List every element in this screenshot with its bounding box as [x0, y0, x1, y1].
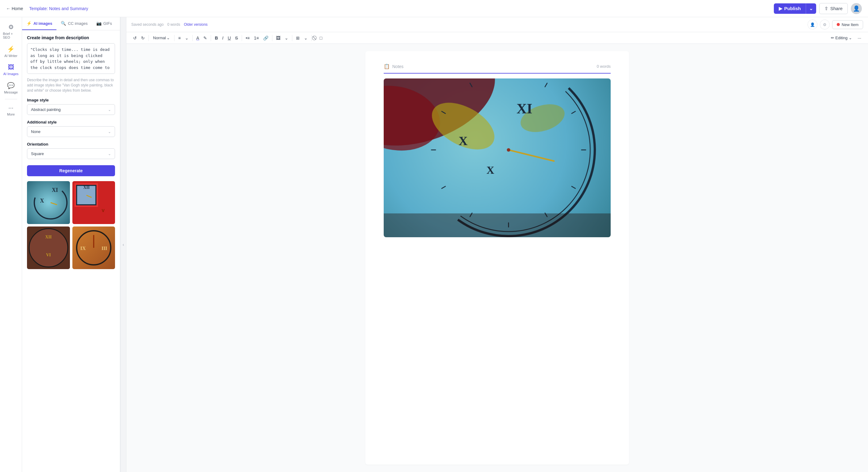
share-button[interactable]: ⇧ Share	[819, 3, 848, 14]
ai-images-icon: 🖼	[8, 64, 14, 71]
publish-button[interactable]: ▶ Publish ⌄	[774, 3, 816, 14]
numbered-list-button[interactable]: 1≡	[252, 34, 261, 42]
back-home-link[interactable]: ← Home	[6, 6, 23, 11]
bold-button[interactable]: B	[213, 34, 220, 42]
template-label: Template: Notes and Summary	[29, 6, 88, 11]
new-item-dot	[837, 23, 840, 26]
image-thumb-4[interactable]	[72, 227, 115, 269]
publish-dropdown-arrow[interactable]: ⌄	[806, 3, 816, 14]
image-thumb-1[interactable]	[27, 181, 70, 224]
doc-header: 📋 Notes 0 words	[384, 63, 611, 73]
sidebar-item-more-label: More	[7, 112, 15, 116]
editor-document: 📋 Notes 0 words	[365, 51, 629, 465]
image-style-value: Abstract painting	[31, 107, 61, 112]
publish-icon: ▶	[779, 6, 782, 11]
image-dropdown-button[interactable]: ⌄	[283, 34, 290, 42]
strikethrough-button[interactable]: S	[234, 34, 240, 42]
editing-badge[interactable]: ✏ Editing ⌄	[828, 34, 856, 41]
sidebar-item-ai-writer[interactable]: ⚡ AI Writer	[1, 43, 21, 60]
more-format-button[interactable]: □	[318, 34, 324, 42]
avatar[interactable]: 👤	[851, 3, 862, 14]
align-dropdown-button[interactable]: ⌄	[183, 34, 190, 42]
collapse-icon: ‹	[123, 242, 124, 247]
undo-button[interactable]: ↺	[131, 34, 138, 42]
topbar-left: ← Home Template: Notes and Summary	[6, 6, 88, 11]
image-style-select[interactable]: Abstract painting ⌄	[27, 104, 115, 115]
saved-status: Saved seconds ago	[131, 22, 163, 27]
template-name[interactable]: Notes and Summary	[49, 6, 88, 11]
editor-content: 📋 Notes 0 words	[126, 44, 868, 472]
tab-ai-images-label: AI images	[33, 21, 52, 26]
new-item-button[interactable]: New Item	[832, 20, 863, 29]
back-arrow-icon: ←	[6, 6, 10, 11]
older-versions-link[interactable]: Older versions	[184, 22, 207, 27]
orientation-chevron: ⌄	[108, 152, 111, 156]
settings-icon[interactable]: ⚙	[820, 20, 830, 29]
image-button[interactable]: 🖼	[274, 34, 282, 42]
topbar-right: ▶ Publish ⌄ ⇧ Share 👤	[774, 3, 862, 14]
orientation-value: Square	[31, 151, 44, 156]
redo-button[interactable]: ↻	[139, 34, 147, 42]
tab-cc-images[interactable]: 🔍 CC images	[56, 17, 92, 30]
side-panel: ⚡ AI images 🔍 CC images 📷 GIFs Create im…	[22, 17, 120, 472]
share-icon: ⇧	[825, 6, 829, 11]
tab-gifs[interactable]: 📷 GIFs	[92, 17, 116, 30]
table-button[interactable]: ⊞	[294, 34, 302, 42]
underline-button[interactable]: U	[226, 34, 232, 42]
style-dropdown[interactable]: Normal ⌄	[151, 34, 173, 41]
additional-style-select[interactable]: None ⌄	[27, 126, 115, 137]
image-style-chevron: ⌄	[108, 108, 111, 112]
panel-collapse-handle[interactable]: ‹	[120, 17, 126, 472]
image-style-group: Image style Abstract painting ⌄	[27, 98, 115, 115]
create-section-title: Create image from description	[27, 35, 115, 40]
additional-style-value: None	[31, 129, 40, 134]
additional-style-label: Additional style	[27, 120, 115, 125]
link-button[interactable]: 🔗	[261, 34, 270, 42]
sidebar-separator	[5, 99, 17, 99]
bullet-list-button[interactable]: •≡	[244, 34, 251, 42]
italic-button[interactable]: I	[220, 34, 225, 42]
editor-area: Saved seconds ago 0 words Older versions…	[126, 17, 868, 472]
editing-dropdown-chevron: ⌄	[849, 36, 852, 40]
toolbar-separator-5	[242, 35, 242, 41]
message-icon: 💬	[7, 82, 15, 89]
users-icon[interactable]: 👤	[808, 20, 817, 29]
orientation-label: Orientation	[27, 142, 115, 146]
edit-icon: ✏	[831, 36, 834, 40]
new-item-label: New Item	[842, 22, 859, 27]
sidebar-item-message-label: Message	[4, 91, 18, 94]
image-thumb-3[interactable]	[27, 227, 70, 269]
doc-image	[384, 78, 611, 237]
more-options-button[interactable]: ···	[856, 34, 863, 42]
toolbar-separator-2	[174, 35, 175, 41]
text-color-button[interactable]: A	[194, 34, 201, 42]
style-dropdown-chevron: ⌄	[166, 36, 170, 40]
tab-ai-images[interactable]: ⚡ AI images	[22, 17, 56, 30]
sidebar-item-message[interactable]: 💬 Message	[1, 79, 21, 97]
image-thumb-2[interactable]	[72, 181, 115, 224]
toolbar-separator-4	[211, 35, 211, 41]
format-toolbar: ↺ ↻ Normal ⌄ ≡ ⌄ A ✎ B I U S •≡ 1≡ 🔗 🖼 ⌄	[126, 32, 868, 44]
ai-writer-icon: ⚡	[7, 45, 15, 53]
editor-status: Saved seconds ago 0 words Older versions	[131, 22, 807, 27]
highlight-button[interactable]: ✎	[202, 34, 209, 42]
additional-style-chevron: ⌄	[108, 130, 111, 134]
toolbar-actions: 👤 ⚙ New Item	[808, 20, 863, 29]
regenerate-button[interactable]: Regenerate	[27, 165, 115, 176]
sidebar-item-brief-seo[interactable]: ⚙ Brief + SEO	[1, 21, 21, 42]
ai-images-tab-icon: ⚡	[26, 21, 32, 26]
image-grid	[27, 181, 115, 269]
description-hint: Describe the image in detail and then us…	[27, 77, 115, 93]
table-dropdown-button[interactable]: ⌄	[302, 34, 309, 42]
sidebar-item-brief-seo-label: Brief + SEO	[3, 32, 19, 39]
image-description-textarea[interactable]: "Clocks slay time... time is dead as lon…	[27, 43, 115, 74]
brief-seo-icon: ⚙	[8, 23, 14, 31]
sidebar-item-more[interactable]: ··· More	[1, 102, 21, 119]
status-bar: Saved seconds ago 0 words Older versions…	[126, 17, 868, 32]
orientation-select[interactable]: Square ⌄	[27, 148, 115, 159]
panel-content: Create image from description "Clocks sl…	[22, 30, 120, 472]
clear-format-button[interactable]: ⃠	[313, 34, 317, 42]
sidebar-item-ai-images[interactable]: 🖼 AI Images	[1, 61, 21, 78]
editing-label: Editing	[836, 36, 848, 40]
align-left-button[interactable]: ≡	[176, 34, 183, 42]
